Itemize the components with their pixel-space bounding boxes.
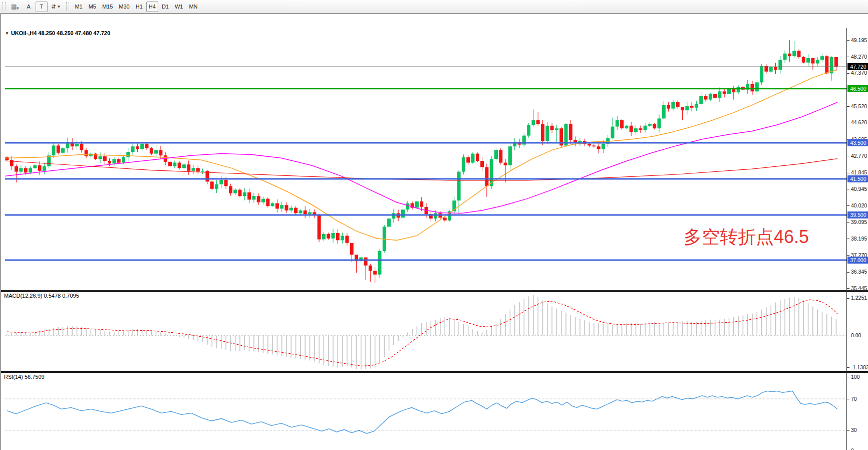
rsi-label: RSI(14) 56.7509 <box>4 374 45 380</box>
timeframe-button-H4[interactable]: H4 <box>146 2 158 12</box>
timeframe-button-MN[interactable]: MN <box>186 2 200 12</box>
chevron-down-icon[interactable]: ▼ <box>5 31 9 36</box>
macd-indicator-panel[interactable] <box>1 292 847 371</box>
price-tick-label: 1.2251 <box>851 295 867 301</box>
chart-title: ▼UKOil-,H4 48.250 48.250 47.480 47.720 <box>5 30 110 36</box>
price-tick-label: 42.770 <box>851 153 867 159</box>
price-tick-label: 40.945 <box>851 186 867 192</box>
timeframe-button-D1[interactable]: D1 <box>159 2 171 12</box>
timeframe-button-W1[interactable]: W1 <box>172 2 186 12</box>
toolbar-drag-handle[interactable] <box>3 2 6 11</box>
toolbar-drag-handle-2[interactable] <box>66 2 69 11</box>
axis-tick-mark <box>847 399 849 399</box>
rsi-line <box>7 391 837 433</box>
price-tick-label: 30 <box>851 427 857 433</box>
timeframe-button-M30[interactable]: M30 <box>116 2 132 12</box>
cycle-symbols-button[interactable]: ⇵ ▼ <box>49 2 63 12</box>
axis-tick-mark <box>847 298 849 299</box>
axis-tick-mark <box>847 222 849 223</box>
price-level-badge: 47.720 <box>847 63 868 70</box>
price-tick-label: 70 <box>851 396 857 402</box>
chart-text-annotation[interactable]: 多空转折点46.5 <box>684 225 809 250</box>
price-tick-label: 38.195 <box>851 236 867 242</box>
text-label-button[interactable]: T <box>36 2 48 12</box>
price-tick-label: 0 <box>851 447 854 450</box>
ma-mid-magenta <box>5 102 837 213</box>
text-annotation-button[interactable]: A <box>23 2 35 12</box>
chart-window: ▼UKOil-,H4 48.250 48.250 47.480 47.720 M… <box>0 14 868 450</box>
axis-tick-mark <box>847 430 849 431</box>
timeframe-button-M1[interactable]: M1 <box>72 2 85 12</box>
axis-tick-mark <box>847 173 849 173</box>
axis-tick-mark <box>847 123 849 123</box>
rsi-indicator-panel[interactable] <box>1 373 847 450</box>
grid-icon: ▦ <box>11 3 16 10</box>
price-level-badge: 37.000 <box>847 257 868 264</box>
panel-separator[interactable] <box>1 371 868 373</box>
price-tick-label: 47.370 <box>851 70 867 76</box>
axis-tick-mark <box>847 73 849 74</box>
axis-tick-mark <box>847 156 849 156</box>
grid-button-label: F <box>17 6 19 11</box>
macd-signal-line <box>7 300 837 366</box>
timeframe-button-M5[interactable]: M5 <box>86 2 99 12</box>
price-level-badge: 46.500 <box>847 85 868 92</box>
price-level-badge: 41.500 <box>847 175 868 182</box>
axis-tick-mark <box>847 106 849 107</box>
axis-tick-mark <box>847 239 849 239</box>
axis-tick-mark <box>847 40 849 41</box>
price-tick-label: 49.195 <box>851 37 867 43</box>
chevron-down-icon: ▼ <box>57 5 61 9</box>
panel-separator[interactable] <box>1 290 868 292</box>
axis-tick-mark <box>847 255 849 256</box>
axis-tick-mark <box>847 377 849 377</box>
price-level-badge: 43.500 <box>847 139 868 146</box>
price-axis-border <box>846 28 847 450</box>
cycle-arrows-icon: ⇵ <box>51 4 56 10</box>
price-tick-label: -1.1383 <box>851 364 868 370</box>
price-tick-label: 36.345 <box>851 269 867 275</box>
axis-tick-mark <box>847 336 849 336</box>
price-tick-label: 40.020 <box>851 202 867 208</box>
price-tick-label: 100 <box>851 374 860 380</box>
axis-tick-mark <box>847 189 849 189</box>
macd-label: MACD(12,26,9) 0.5478 0.7095 <box>4 293 79 299</box>
timeframe-group: M1M5M15M30H1H4D1W1MN <box>72 2 200 12</box>
price-level-badge: 39.500 <box>847 211 868 218</box>
toolbar: ▦ F A T ⇵ ▼ M1M5M15M30H1H4D1W1MN <box>0 0 868 14</box>
price-tick-label: 44.620 <box>851 119 867 125</box>
axis-tick-mark <box>847 288 849 289</box>
axis-tick-mark <box>847 57 849 57</box>
price-tick-label: 35.445 <box>851 285 867 291</box>
price-tick-label: 39.095 <box>851 219 867 225</box>
axis-tick-mark <box>847 367 849 368</box>
axis-tick-mark <box>847 272 849 273</box>
price-tick-label: 45.520 <box>851 103 867 109</box>
macd-histogram <box>7 295 836 369</box>
price-tick-label: 48.270 <box>851 54 867 60</box>
axis-tick-mark <box>847 205 849 206</box>
price-tick-label: 41.845 <box>851 169 867 175</box>
timeframe-button-M15[interactable]: M15 <box>100 2 115 12</box>
main-price-chart[interactable] <box>1 28 847 290</box>
templates-grid-button[interactable]: ▦ F <box>9 2 22 12</box>
price-tick-label: 0.00 <box>851 332 861 338</box>
timeframe-button-H1[interactable]: H1 <box>133 2 145 12</box>
